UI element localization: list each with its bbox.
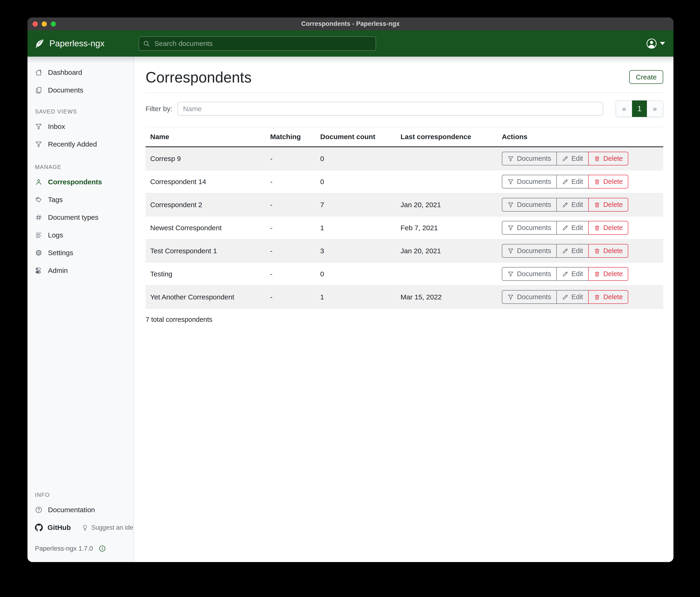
row-delete-button[interactable]: Delete [588,152,628,165]
zoom-window-button[interactable] [51,21,56,27]
cell-document-count: 7 [316,193,396,216]
pencil-icon [562,224,569,231]
close-window-button[interactable] [33,21,38,27]
row-delete-button[interactable]: Delete [588,198,628,212]
edit-button-label: Edit [572,155,583,162]
documents-button-label: Documents [517,270,551,278]
column-header-last-correspondence[interactable]: Last correspondence [396,127,497,147]
row-delete-button[interactable]: Delete [588,290,628,304]
delete-button-label: Delete [603,155,623,162]
trash-icon [594,178,600,185]
sidebar-item-dashboard[interactable]: Dashboard [27,64,133,81]
sidebar-item-recently-added[interactable]: Recently Added [27,135,133,153]
row-delete-button[interactable]: Delete [588,175,628,189]
github-label: GitHub [48,524,71,531]
sidebar-item-documents[interactable]: Documents [27,81,133,99]
search-input[interactable] [139,37,376,51]
documents-icon [35,87,42,94]
row-actions-group: Documents Edit [502,175,628,189]
info-circle-icon[interactable] [99,545,106,552]
trash-icon [594,271,600,277]
documents-button-label: Documents [517,155,551,162]
chevron-down-icon [660,42,665,45]
filter-icon [507,294,514,301]
row-actions-group: Documents Edit [502,244,628,258]
minimize-window-button[interactable] [42,21,47,27]
pagination-page-1-button[interactable]: 1 [632,100,647,117]
column-header-matching[interactable]: Matching [266,127,316,147]
row-documents-button[interactable]: Documents [502,175,557,189]
sidebar-item-documentation[interactable]: Documentation [27,501,133,519]
filter-label: Filter by: [146,105,172,113]
filter-icon [507,271,514,277]
row-edit-button[interactable]: Edit [556,198,589,212]
row-documents-button[interactable]: Documents [502,152,557,165]
suggest-idea-link[interactable]: Suggest an idea [81,524,134,531]
cell-matching: - [266,262,316,285]
sidebar-item-tags[interactable]: Tags [27,191,133,209]
pencil-icon [562,201,569,208]
pencil-icon [562,178,569,185]
tag-icon [35,196,42,204]
correspondents-table: Name Matching Document count Last corres… [146,127,663,309]
pencil-icon [562,294,569,301]
sidebar-item-label: Correspondents [48,178,102,186]
pencil-icon [562,156,569,162]
sidebar: Dashboard Documents SAVED VIEWS [27,57,134,562]
sidebar-item-admin[interactable]: Admin [27,262,133,279]
sidebar-item-correspondents[interactable]: Correspondents [27,173,133,191]
row-documents-button[interactable]: Documents [502,267,557,281]
github-link[interactable]: GitHub [35,524,71,531]
sidebar-section-heading: MANAGE [27,153,133,173]
sidebar-item-label: Documentation [48,506,95,514]
column-header-name[interactable]: Name [146,127,266,147]
sidebar-item-inbox[interactable]: Inbox [27,118,133,135]
row-documents-button[interactable]: Documents [502,290,557,304]
row-edit-button[interactable]: Edit [556,175,589,189]
row-documents-button[interactable]: Documents [502,244,557,258]
sidebar-item-logs[interactable]: Logs [27,226,133,244]
hash-icon [35,214,42,221]
documents-button-label: Documents [517,247,551,255]
pagination-next-button[interactable]: » [646,100,663,117]
window-title: Correspondents - Paperless-ngx [301,20,400,27]
suggest-idea-label: Suggest an idea [91,524,134,531]
sidebar-item-settings[interactable]: Settings [27,244,133,262]
row-delete-button[interactable]: Delete [588,221,628,235]
delete-button-label: Delete [603,293,623,301]
table-row: Test Correspondent 1 - 3 Jan 20, 2021 Do… [146,239,663,262]
trash-icon [594,201,600,208]
row-edit-button[interactable]: Edit [556,244,589,258]
row-documents-button[interactable]: Documents [502,221,557,235]
row-edit-button[interactable]: Edit [556,267,589,281]
table-row: Correspondent 14 - 0 Documents [146,170,663,193]
row-edit-button[interactable]: Edit [556,152,589,165]
sidebar-item-label: Documents [48,86,83,94]
brand[interactable]: Paperless-ngx [27,39,139,49]
cell-name: Testing [146,262,266,285]
row-delete-button[interactable]: Delete [588,244,628,258]
create-button[interactable]: Create [629,70,663,84]
row-actions-group: Documents Edit [502,267,628,281]
sidebar-item-label: Tags [48,196,62,204]
row-delete-button[interactable]: Delete [588,267,628,281]
filter-name-input[interactable] [177,102,603,116]
pagination-prev-button[interactable]: « [616,100,632,117]
column-header-document-count[interactable]: Document count [316,127,396,147]
main-content: Correspondents Create Filter by: « 1 » [134,57,673,562]
cell-document-count: 0 [316,147,396,170]
sidebar-item-label: Settings [48,249,73,257]
sidebar-item-document-types[interactable]: Document types [27,209,133,226]
cell-actions: Documents Edit [497,147,663,170]
lightbulb-icon [81,524,89,531]
window-controls [33,18,56,30]
row-edit-button[interactable]: Edit [556,290,589,304]
filter-icon [507,156,514,162]
sidebar-spacer [27,279,133,481]
cell-matching: - [266,170,316,193]
row-documents-button[interactable]: Documents [502,198,557,212]
user-menu-button[interactable] [646,38,673,49]
edit-button-label: Edit [572,201,583,209]
page-header: Correspondents Create [146,69,663,86]
row-edit-button[interactable]: Edit [556,221,589,235]
